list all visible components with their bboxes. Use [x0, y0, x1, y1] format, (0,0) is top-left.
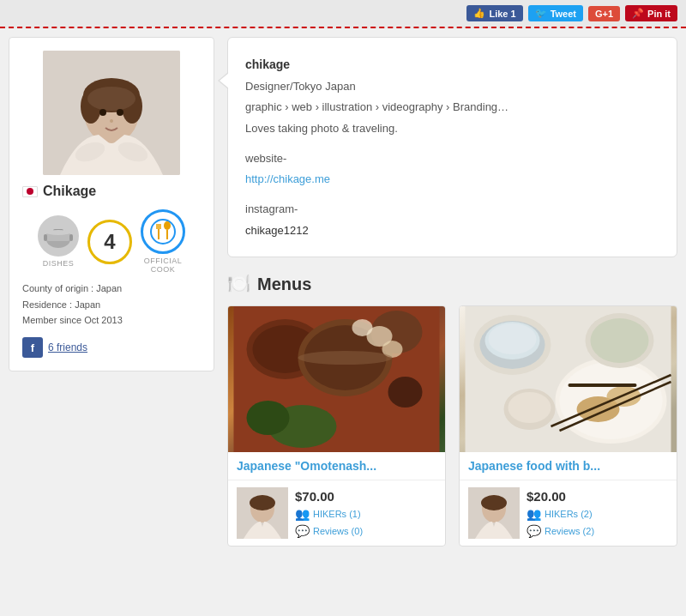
menu-image-2 [460, 306, 677, 452]
page-layout: Chikage DISHES [0, 28, 686, 555]
sidebar: Chikage DISHES [9, 37, 214, 371]
profile-photo [43, 51, 180, 175]
menu-footer-1: $70.00 👥 HIKERs (1) 💬 Reviews (0) [228, 480, 445, 546]
menu-image-1 [228, 306, 445, 452]
facebook-icon: f [22, 337, 43, 358]
svg-point-41 [250, 495, 275, 510]
svg-rect-17 [44, 234, 47, 241]
svg-point-10 [110, 119, 113, 123]
hikers-icon-1: 👥 [295, 507, 310, 521]
svg-point-32 [388, 377, 423, 408]
profile-name: Chikage [43, 184, 96, 199]
svg-point-34 [247, 401, 290, 435]
menu-reviews-2: 💬 Reviews (2) [527, 524, 594, 538]
menu-details-2: $20.00 👥 HIKERs (2) 💬 Reviews (2) [527, 487, 594, 539]
friends-link[interactable]: 6 friends [48, 341, 87, 353]
dishes-label: DISHES [43, 259, 75, 268]
menu-price-1: $70.00 [295, 489, 363, 504]
like-button[interactable]: 👍 Like 1 [466, 5, 522, 21]
pin-icon: 📌 [632, 8, 644, 19]
menus-icon: 🍽️ [227, 273, 250, 295]
svg-rect-53 [569, 383, 637, 387]
member-since-text: Member since Oct 2013 [22, 312, 201, 329]
hikers-icon-2: 👥 [527, 507, 541, 521]
user-handle: chikage [245, 53, 659, 76]
svg-point-37 [352, 319, 373, 336]
svg-point-57 [508, 392, 551, 423]
dishes-count: 4 [87, 220, 132, 264]
svg-point-60 [481, 495, 507, 510]
pot-icon [38, 215, 79, 257]
instagram-label: instagram- [245, 199, 659, 220]
number-badge: 4 [87, 220, 132, 264]
official-cook-badge: OFFICIAL COOK [141, 209, 185, 274]
menu-price-2: $20.00 [527, 489, 594, 504]
top-bar: 👍 Like 1 🐦 Tweet G+1 📌 Pin it [0, 0, 686, 28]
profile-info: County of origin : Japan Residence : Jap… [22, 281, 201, 329]
main-content: chikage Designer/Tokyo Japan graphic › w… [227, 37, 677, 547]
menus-header: 🍽️ Menus [227, 273, 677, 295]
japan-flag-icon [22, 186, 38, 197]
dishes-badge: DISHES [38, 215, 79, 268]
residence-text: Residence : Japan [22, 297, 201, 313]
tweet-button[interactable]: 🐦 Tweet [528, 5, 583, 21]
instagram-handle: chikage1212 [245, 220, 659, 242]
profile-name-row: Chikage [22, 184, 201, 199]
badges-row: DISHES 4 [22, 209, 201, 274]
menu-thumb-2 [468, 487, 520, 539]
twitter-icon: 🐦 [535, 8, 547, 19]
official-cook-label: OFFICIAL COOK [144, 257, 183, 274]
menu-footer-2: $20.00 👥 HIKERs (2) 💬 Reviews (2) [460, 480, 677, 546]
user-skills: graphic › web › illustration › videograp… [245, 97, 659, 118]
svg-point-38 [298, 351, 393, 365]
svg-point-50 [591, 318, 649, 363]
user-loves: Loves taking photo & traveling. [245, 118, 659, 140]
svg-point-8 [99, 109, 106, 116]
facebook-row: f 6 friends [22, 337, 201, 358]
svg-point-16 [46, 230, 70, 235]
svg-point-24 [164, 221, 171, 230]
like-icon: 👍 [473, 8, 485, 19]
menu-hikers-1: 👥 HIKERs (1) [295, 507, 363, 521]
gplus-button[interactable]: G+1 [588, 6, 620, 21]
menu-title-2: Japanese food with b... [460, 452, 677, 480]
menu-title-1: Japanese "Omotenash... [228, 452, 445, 480]
bio-bubble: chikage Designer/Tokyo Japan graphic › w… [227, 37, 677, 257]
menu-card-1[interactable]: Japanese "Omotenash... $70.00 👥 [227, 305, 446, 547]
menu-details-1: $70.00 👥 HIKERs (1) 💬 Reviews (0) [295, 487, 363, 539]
county-text: County of origin : Japan [22, 281, 201, 297]
reviews-icon-2: 💬 [527, 524, 541, 538]
pin-button[interactable]: 📌 Pin it [625, 5, 677, 21]
menu-card-2[interactable]: Japanese food with b... $20.00 👥 [459, 305, 677, 547]
reviews-icon-1: 💬 [295, 524, 310, 538]
menu-thumb-1 [237, 487, 288, 539]
website-label: website- [245, 148, 659, 170]
website-link[interactable]: http://chikage.me [245, 172, 330, 185]
menu-reviews-1: 💬 Reviews (0) [295, 524, 363, 538]
svg-point-48 [489, 323, 537, 354]
svg-rect-18 [69, 234, 73, 241]
official-cook-icon [141, 209, 185, 254]
svg-point-9 [117, 109, 123, 116]
menus-grid: Japanese "Omotenash... $70.00 👥 [227, 305, 677, 547]
menus-title: Menus [257, 275, 311, 294]
svg-point-19 [151, 220, 175, 244]
svg-point-7 [87, 87, 135, 111]
menu-hikers-2: 👥 HIKERs (2) [527, 507, 594, 521]
user-location: Designer/Tokyo Japan [245, 76, 659, 98]
